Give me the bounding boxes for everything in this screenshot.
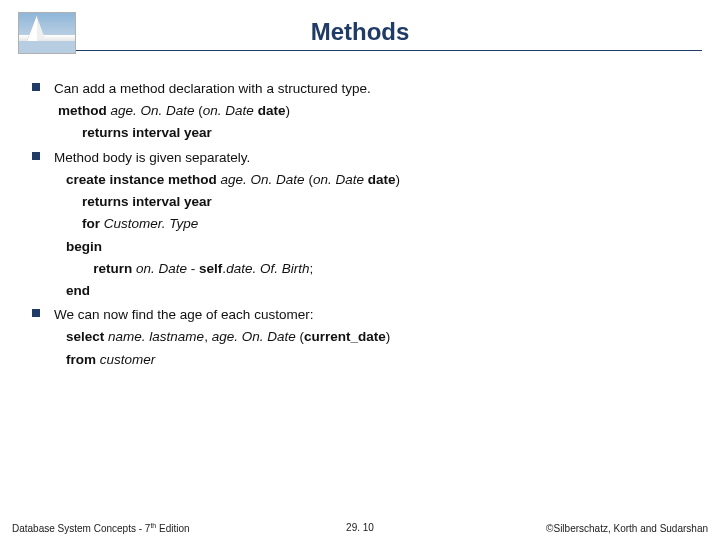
footer: Database System Concepts - 7th Edition 2… xyxy=(0,522,720,534)
footer-left-text2: Edition xyxy=(156,523,189,534)
sail-shape-icon xyxy=(27,15,37,41)
sailboat-logo xyxy=(18,12,76,54)
footer-left-text: Database System Concepts - 7 xyxy=(12,523,150,534)
code-line: select name. lastname, age. On. Date (cu… xyxy=(54,328,686,346)
slide-title: Methods xyxy=(18,12,702,46)
footer-right: ©Silberschatz, Korth and Sudarshan xyxy=(546,523,708,534)
content-body: Can add a method declaration with a stru… xyxy=(18,80,702,369)
bullet-lead: Method body is given separately. xyxy=(54,149,686,167)
code-line: end xyxy=(54,282,686,300)
slide: Methods Can add a method declaration wit… xyxy=(0,0,720,540)
code-line: method age. On. Date (on. Date date) xyxy=(54,102,686,120)
title-rule xyxy=(18,50,702,51)
header: Methods xyxy=(18,12,702,58)
code-line: begin xyxy=(54,238,686,256)
square-bullet-icon xyxy=(32,152,40,160)
code-line: for Customer. Type xyxy=(54,215,686,233)
bullet-lead: Can add a method declaration with a stru… xyxy=(54,80,686,98)
bullet-lead: We can now find the age of each customer… xyxy=(54,306,686,324)
square-bullet-icon xyxy=(32,309,40,317)
code-line: return on. Date - self.date. Of. Birth; xyxy=(54,260,686,278)
sail-shape-icon xyxy=(37,17,45,39)
bullet-item: We can now find the age of each customer… xyxy=(54,306,686,369)
square-bullet-icon xyxy=(32,83,40,91)
code-line: from customer xyxy=(54,351,686,369)
bullet-item: Can add a method declaration with a stru… xyxy=(54,80,686,143)
code-line: returns interval year xyxy=(54,124,686,142)
bullet-item: Method body is given separately.create i… xyxy=(54,149,686,301)
footer-left: Database System Concepts - 7th Edition xyxy=(12,522,190,534)
footer-center: 29. 10 xyxy=(346,522,374,533)
code-line: returns interval year xyxy=(54,193,686,211)
code-line: create instance method age. On. Date (on… xyxy=(54,171,686,189)
